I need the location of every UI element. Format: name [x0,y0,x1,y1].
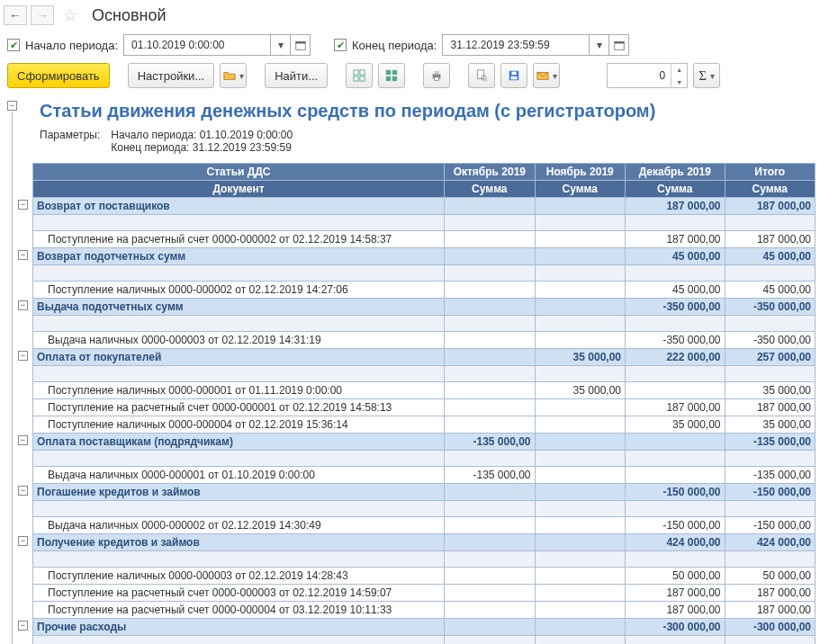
caret-down-icon: ▾ [553,71,557,81]
doc-cell[interactable]: Поступление на расчетный счет 0000-00000… [33,399,445,416]
section-total-cell: 35 000,00 [535,349,625,366]
forward-button[interactable]: → [31,5,54,25]
sigma-button[interactable]: Σ▾ [693,63,720,88]
svg-rect-4 [354,70,358,75]
print-button[interactable] [423,63,450,88]
variants-button[interactable]: ▾ [220,63,247,88]
value-cell [445,568,535,585]
magnifier-page-icon [475,69,488,82]
favorite-star-icon[interactable]: ☆ [63,5,77,25]
start-period-input[interactable]: 01.10.2019 0:00:00 ▾ [123,34,311,56]
doc-cell[interactable]: Поступление наличных 0000-000003 от 02.1… [33,568,445,585]
section-total-cell: 45 000,00 [725,248,815,265]
outline-toggle[interactable]: − [18,486,28,496]
doc-cell[interactable]: Поступление наличных 0000-000004 от 02.1… [33,416,445,434]
svg-rect-7 [360,76,365,81]
value-cell: -350 000,00 [626,332,725,349]
value-cell [535,282,625,299]
blank-cell [626,366,725,382]
generate-button[interactable]: Сформировать [7,63,110,88]
value-cell [535,467,625,484]
section-title[interactable]: Прочие расходы [33,619,445,636]
back-button[interactable]: ← [4,5,27,25]
doc-cell[interactable]: Поступление наличных 0000-000002 от 02.1… [33,282,445,299]
doc-cell[interactable]: Выдача наличных 0000-000002 от 02.12.201… [33,517,445,534]
blank-cell [626,316,725,332]
blank-cell [535,215,625,231]
section-title[interactable]: Оплата поставщикам (подрядчикам) [33,434,445,451]
outline-toggle[interactable]: − [18,621,28,631]
find-button[interactable]: Найти... [265,63,328,88]
value-cell: -350 000,00 [725,332,815,349]
end-period-checkbox[interactable]: ✔ [334,39,347,51]
doc-cell[interactable]: Поступление наличных 0000-000001 от 01.1… [33,382,445,399]
section-total-cell [535,619,625,636]
section-title[interactable]: Возврат подотчетных сумм [33,248,445,265]
blank-cell [445,451,535,467]
value-cell [535,416,625,434]
expand-groups-button[interactable] [346,63,373,88]
doc-cell[interactable]: Поступление на расчетный счет 0000-00000… [33,585,445,602]
section-title[interactable]: Оплата от покупателей [33,349,445,366]
blank-cell [535,451,625,467]
value-cell: 35 000,00 [725,416,815,434]
params-label: Параметры: [40,129,100,141]
value-cell [445,602,535,619]
section-total-cell [535,248,625,265]
section-title[interactable]: Погашение кредитов и займов [33,484,445,501]
doc-cell[interactable]: Поступление на расчетный счет 0000-00000… [33,231,445,248]
save-button[interactable] [500,63,527,88]
end-period-calendar-icon[interactable] [608,35,628,55]
blank-cell [626,265,725,282]
col-sum-oct: Сумма [445,181,535,198]
svg-rect-3 [615,41,625,43]
section-total-cell [445,198,535,215]
doc-cell[interactable]: Поступление на расчетный счет 0000-00000… [33,602,445,619]
section-total-cell [535,534,625,551]
folder-icon [223,69,236,82]
section-title[interactable]: Выдача подотчетных сумм [33,299,445,316]
section-total-cell [535,198,625,215]
blank-cell [725,316,815,332]
start-period-dropdown-icon[interactable]: ▾ [270,35,290,55]
back-arrow-icon: ← [9,8,22,22]
end-period-dropdown-icon[interactable]: ▾ [589,35,608,55]
collapse-groups-button[interactable] [378,63,405,88]
outline-toggle[interactable]: − [18,536,28,546]
send-button[interactable]: ▾ [533,63,560,88]
level-input[interactable]: 0 ▲▼ [607,63,688,88]
doc-cell[interactable]: Выдача наличных 0000-000001 от 01.10.201… [33,467,445,484]
report-title: Статьи движения денежных средств по пери… [32,97,815,129]
doc-cell[interactable]: Выдача наличных 0000-000003 от 02.12.201… [33,332,445,349]
outline-toggle[interactable]: − [18,250,28,260]
spin-down-icon[interactable]: ▼ [671,76,687,88]
outline-toggle[interactable]: − [7,101,17,111]
blank-cell [445,316,535,332]
generate-label: Сформировать [17,69,100,83]
outline-toggle[interactable]: − [18,300,28,310]
section-total-cell [445,248,535,265]
svg-rect-6 [354,76,358,81]
preview-button[interactable] [468,63,495,88]
end-period-input[interactable]: 31.12.2019 23:59:59 ▾ [442,34,629,56]
outline-toggle[interactable]: − [18,351,28,361]
start-period-calendar-icon[interactable] [290,35,310,55]
settings-button[interactable]: Настройки... [128,63,215,88]
section-total-cell: 187 000,00 [626,198,725,215]
section-title[interactable]: Получение кредитов и займов [33,534,445,551]
outline-toggle[interactable]: − [18,200,28,210]
blank-cell [725,551,815,568]
blank-cell [725,215,815,231]
outline-toggle[interactable]: − [18,435,28,445]
section-title[interactable]: Возврат от поставщиков [33,198,445,215]
blank-cell [535,501,625,517]
spin-up-icon[interactable]: ▲ [671,63,687,76]
blank-cell [535,265,625,282]
section-total-cell [445,619,535,636]
start-period-checkbox[interactable]: ✔ [7,39,20,51]
blank-cell [725,451,815,467]
section-total-cell: -350 000,00 [725,299,815,316]
value-cell: 187 000,00 [626,602,725,619]
value-cell: -150 000,00 [626,517,725,534]
forward-arrow-icon: → [36,8,49,22]
